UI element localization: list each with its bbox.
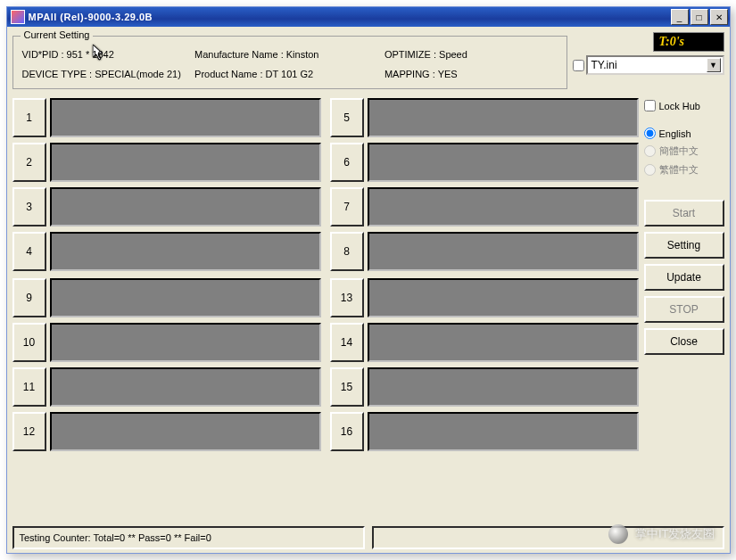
optimize-label: OPTIMIZE : Speed: [385, 49, 558, 60]
close-button[interactable]: Close: [644, 328, 724, 355]
slot-display-11: [50, 367, 321, 407]
device-type-label: DEVICE TYPE : SPECIAL(mode 21): [22, 69, 195, 79]
slot-button-14[interactable]: 14: [330, 323, 364, 362]
slot-button-6[interactable]: 6: [330, 143, 364, 182]
slot-button-12[interactable]: 12: [12, 412, 46, 451]
ini-checkbox[interactable]: [573, 60, 584, 71]
lock-hub-input[interactable]: [644, 100, 656, 111]
slot-display-2: [50, 143, 321, 182]
lang-trad-label: 繁體中文: [659, 163, 699, 177]
lang-trad-radio[interactable]: 繁體中文: [644, 163, 724, 177]
lang-trad-input: [644, 164, 656, 176]
slot-display-6: [368, 143, 639, 182]
slot-button-8[interactable]: 8: [330, 232, 364, 271]
minimize-button[interactable]: _: [671, 9, 689, 25]
slot-display-15: [368, 367, 639, 407]
ini-dropdown[interactable]: TY.ini ▼: [586, 55, 724, 75]
lang-english-radio[interactable]: English: [644, 128, 724, 139]
start-button[interactable]: Start: [644, 200, 724, 226]
app-icon: [11, 10, 25, 24]
slot-button-5[interactable]: 5: [330, 98, 364, 137]
lock-hub-label: Lock Hub: [659, 101, 700, 111]
slots-area: 15263748 913101411151216: [12, 98, 639, 521]
slot-button-1[interactable]: 1: [12, 98, 46, 137]
slot-button-9[interactable]: 9: [12, 278, 46, 317]
lang-simp-label: 簡體中文: [659, 144, 699, 158]
client-area: Current Setting VID*PID : 951 * 1642 Man…: [7, 27, 730, 553]
slot-button-16[interactable]: 16: [330, 412, 364, 451]
slot-display-13: [368, 278, 639, 317]
product-name-label: Product Name : DT 101 G2: [194, 69, 385, 79]
ini-dropdown-value: TY.ini: [591, 59, 707, 71]
lang-simp-input: [644, 145, 656, 157]
slot-button-7[interactable]: 7: [330, 187, 364, 226]
side-panel: Lock Hub English 簡體中文 繁體中文 Start Setting: [644, 98, 724, 521]
window-title: MPAll (Rel)-9000-3.29.0B: [29, 12, 671, 22]
slot-display-1: [50, 98, 321, 137]
mapping-label: MAPPING : YES: [385, 69, 558, 79]
slot-display-12: [50, 412, 321, 451]
slot-button-10[interactable]: 10: [12, 323, 46, 362]
slot-button-15[interactable]: 15: [330, 367, 364, 407]
slot-button-3[interactable]: 3: [12, 187, 46, 226]
maximize-button[interactable]: □: [691, 9, 708, 25]
lang-english-label: English: [659, 128, 691, 139]
slot-button-13[interactable]: 13: [330, 278, 364, 317]
lock-hub-checkbox[interactable]: Lock Hub: [644, 100, 724, 111]
status-text: Testing Counter: Total=0 ** Pass=0 ** Fa…: [20, 532, 211, 543]
status-right: [372, 526, 724, 549]
slot-button-11[interactable]: 11: [12, 367, 46, 407]
titlebar[interactable]: MPAll (Rel)-9000-3.29.0B _ □ ✕: [7, 7, 730, 27]
app-window: MPAll (Rel)-9000-3.29.0B _ □ ✕ Current S…: [6, 6, 731, 554]
slot-display-3: [50, 187, 321, 226]
current-setting-group: Current Setting VID*PID : 951 * 1642 Man…: [12, 36, 567, 89]
chevron-down-icon[interactable]: ▼: [707, 58, 721, 72]
slot-display-14: [368, 323, 639, 362]
slot-display-4: [50, 232, 321, 271]
slot-button-2[interactable]: 2: [12, 143, 46, 182]
current-setting-legend: Current Setting: [21, 29, 94, 40]
slot-display-5: [368, 98, 639, 137]
lang-english-input[interactable]: [644, 128, 656, 139]
slot-display-9: [50, 278, 321, 317]
slot-display-8: [368, 232, 639, 271]
manufacture-label: Manufacture Name : Kinston: [194, 49, 385, 60]
update-button[interactable]: Update: [644, 264, 724, 291]
stop-button[interactable]: STOP: [644, 296, 724, 323]
setting-button[interactable]: Setting: [644, 232, 724, 259]
slot-display-16: [368, 412, 639, 451]
slot-display-10: [50, 323, 321, 362]
lang-simp-radio[interactable]: 簡體中文: [644, 144, 724, 158]
slot-button-4[interactable]: 4: [12, 232, 46, 271]
slot-display-7: [368, 187, 639, 226]
close-window-button[interactable]: ✕: [710, 9, 728, 25]
status-counter: Testing Counter: Total=0 ** Pass=0 ** Fa…: [12, 526, 365, 549]
timer-display: T:0's: [653, 32, 724, 52]
vid-pid-label: VID*PID : 951 * 1642: [22, 49, 195, 60]
